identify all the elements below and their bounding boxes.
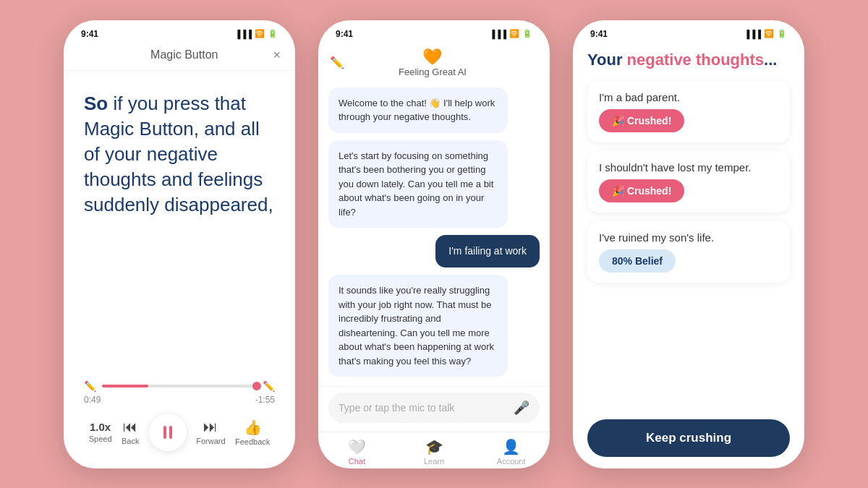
ai-message-3: It sounds like you're really struggling … bbox=[328, 275, 508, 377]
remaining-time: -1:55 bbox=[255, 395, 275, 405]
microphone-icon[interactable]: 🎤 bbox=[514, 400, 529, 416]
play-pause-button[interactable] bbox=[149, 414, 187, 451]
keep-crushing-button[interactable]: Keep crushing bbox=[587, 419, 790, 457]
forward-control[interactable]: ⏭ Forward bbox=[196, 419, 225, 445]
pause-bar-1 bbox=[163, 426, 166, 439]
thought-card-3: I've ruined my son's life. 80% Belief bbox=[587, 221, 790, 283]
back-label: Back bbox=[122, 437, 139, 445]
ai-message-1: Welcome to the chat! 👋 I'll help work th… bbox=[328, 87, 508, 133]
magic-button-title: Magic Button bbox=[150, 48, 218, 61]
thought-text-1: I'm a bad parent. bbox=[599, 91, 778, 103]
bottom-tabs: 🤍 Chat 🎓 Learn 👤 Account bbox=[318, 432, 550, 468]
wifi-icon-2: 🛜 bbox=[509, 29, 519, 38]
thought-card-2: I shouldn't have lost my temper. 🎉 Crush… bbox=[587, 151, 790, 213]
status-time-1: 9:41 bbox=[81, 29, 98, 39]
close-button[interactable]: × bbox=[273, 48, 281, 63]
thought-text-3: I've ruined my son's life. bbox=[599, 231, 778, 244]
status-time-2: 9:41 bbox=[336, 29, 353, 39]
thought-card-1: I'm a bad parent. 🎉 Crushed! bbox=[587, 81, 790, 142]
audio-player: ✏️ ✏️ 0:49 -1:55 1.0x Speed ⏮ bbox=[84, 380, 275, 457]
player-controls: 1.0x Speed ⏮ Back ⏭ bbox=[84, 414, 275, 451]
forward-icon: ⏭ bbox=[203, 419, 218, 435]
phone2-header: ✏️ 🧡 Feeling Great AI bbox=[318, 42, 550, 82]
pause-icon bbox=[163, 426, 172, 439]
battery-icon: 🔋 bbox=[268, 29, 278, 38]
thumbs-up-icon: 👍 bbox=[244, 419, 262, 436]
title-part2: ... bbox=[764, 51, 777, 69]
status-time-3: 9:41 bbox=[590, 29, 608, 39]
crushed-badge-1[interactable]: 🎉 Crushed! bbox=[599, 109, 684, 132]
waveform-right-icon: ✏️ bbox=[263, 380, 275, 392]
input-area: Type or tap the mic to talk 🎤 bbox=[318, 386, 550, 432]
crushed-badge-2[interactable]: 🎉 Crushed! bbox=[599, 179, 684, 202]
tab-account[interactable]: 👤 Account bbox=[472, 438, 550, 466]
feedback-control[interactable]: 👍 Feedback bbox=[235, 419, 270, 446]
title-pink: negative thoughts bbox=[627, 51, 764, 69]
back-control[interactable]: ⏮ Back bbox=[122, 419, 139, 445]
progress-dot bbox=[252, 382, 261, 390]
message-input-row[interactable]: Type or tap the mic to talk 🎤 bbox=[328, 393, 540, 423]
motivational-text: So if you press that Magic Button, and a… bbox=[84, 91, 275, 218]
status-bar-3: 9:41 ▐▐▐ 🛜 🔋 bbox=[573, 20, 804, 42]
phone-3: 9:41 ▐▐▐ 🛜 🔋 Your negative thoughts... I… bbox=[573, 20, 804, 468]
phone1-header: Magic Button × bbox=[64, 42, 295, 71]
waveform-left-icon: ✏️ bbox=[84, 380, 96, 392]
back-icon: ⏮ bbox=[123, 419, 137, 435]
chat-messages: Welcome to the chat! 👋 I'll help work th… bbox=[318, 82, 550, 386]
signal-icon-3: ▐▐▐ bbox=[744, 30, 761, 38]
account-icon: 👤 bbox=[502, 438, 520, 455]
pause-bar-2 bbox=[169, 426, 172, 439]
learn-icon: 🎓 bbox=[425, 438, 443, 455]
battery-icon-2: 🔋 bbox=[522, 29, 532, 38]
phone1-content: So if you press that Magic Button, and a… bbox=[64, 71, 295, 468]
status-icons-2: ▐▐▐ 🛜 🔋 bbox=[490, 29, 532, 38]
message-input-placeholder[interactable]: Type or tap the mic to talk bbox=[339, 402, 514, 414]
ai-avatar: 🧡 bbox=[422, 48, 442, 67]
battery-icon-3: 🔋 bbox=[777, 29, 787, 38]
tab-account-label: Account bbox=[497, 457, 526, 466]
waveform: ✏️ ✏️ bbox=[84, 380, 275, 392]
belief-badge[interactable]: 80% Belief bbox=[599, 249, 676, 273]
status-icons-3: ▐▐▐ 🛜 🔋 bbox=[744, 29, 787, 38]
forward-label: Forward bbox=[196, 437, 225, 445]
tab-chat-label: Chat bbox=[349, 457, 365, 466]
text-rest: if you press that Magic Button, and all … bbox=[84, 93, 273, 215]
speed-icon: 1.0x bbox=[90, 421, 111, 433]
progress-bar[interactable] bbox=[102, 385, 257, 388]
wifi-icon: 🛜 bbox=[255, 29, 265, 38]
signal-icon-2: ▐▐▐ bbox=[490, 30, 506, 38]
edit-icon[interactable]: ✏️ bbox=[330, 56, 344, 69]
tab-chat[interactable]: 🤍 Chat bbox=[318, 438, 396, 466]
signal-icon: ▐▐▐ bbox=[235, 30, 252, 38]
tab-learn[interactable]: 🎓 Learn bbox=[396, 438, 473, 466]
heart-icon: 🤍 bbox=[348, 438, 366, 455]
phone-2: 9:41 ▐▐▐ 🛜 🔋 ✏️ 🧡 Feeling Great AI Welco… bbox=[318, 20, 550, 468]
title-part1: Your bbox=[587, 51, 627, 69]
current-time: 0:49 bbox=[84, 395, 101, 405]
thought-text-2: I shouldn't have lost my temper. bbox=[599, 161, 778, 174]
user-message-1: I'm failing at work bbox=[435, 235, 540, 267]
feedback-label: Feedback bbox=[235, 437, 270, 446]
player-times: 0:49 -1:55 bbox=[84, 395, 275, 405]
play-pause-control[interactable] bbox=[149, 414, 187, 451]
speed-label: Speed bbox=[89, 435, 112, 443]
status-bar-2: 9:41 ▐▐▐ 🛜 🔋 bbox=[318, 20, 550, 42]
ai-name: Feeling Great AI bbox=[399, 67, 467, 77]
text-so: So bbox=[84, 93, 108, 114]
page-title: Your negative thoughts... bbox=[587, 51, 790, 69]
tab-learn-label: Learn bbox=[424, 457, 444, 466]
ai-title-wrap: 🧡 Feeling Great AI bbox=[399, 48, 467, 77]
ai-message-2: Let's start by focusing on something tha… bbox=[328, 140, 508, 228]
status-bar-1: 9:41 ▐▐▐ 🛜 🔋 bbox=[64, 20, 295, 42]
phone3-content: Your negative thoughts... I'm a bad pare… bbox=[573, 42, 804, 468]
status-icons-1: ▐▐▐ 🛜 🔋 bbox=[235, 29, 278, 38]
progress-fill bbox=[102, 385, 148, 388]
speed-control[interactable]: 1.0x Speed bbox=[89, 421, 112, 443]
wifi-icon-3: 🛜 bbox=[764, 29, 774, 38]
phone-1: 9:41 ▐▐▐ 🛜 🔋 Magic Button × So if you pr… bbox=[64, 20, 295, 468]
